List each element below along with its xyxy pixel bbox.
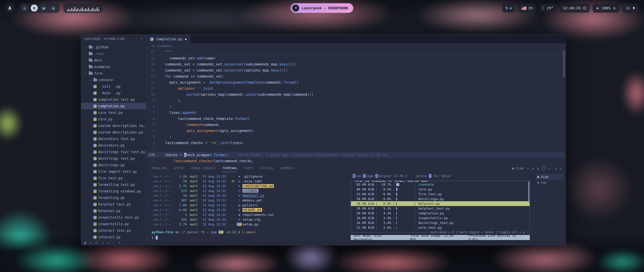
folder-icon[interactable]: ▢ xyxy=(102,241,104,245)
volume-widget[interactable]: 100% xyxy=(593,4,619,13)
terminal-pane[interactable]: .rw-r--r--1.2kmatt12 Aug 12:32--♦.gitign… xyxy=(146,172,351,240)
tree-item-custom_descriptions.py[interactable]: custom_descriptions.py xyxy=(81,129,146,135)
tree-item-docs[interactable]: ▸docs xyxy=(81,57,146,63)
disk-usage-pane[interactable]: Disk Usage Analyzer v2.29.2 (press ? for… xyxy=(351,172,533,240)
terminal-session-fish[interactable]: ▣fish xyxy=(536,174,564,180)
remote-indicator-icon[interactable]: ◉ xyxy=(84,241,86,245)
code-line[interactable]: 1 xyxy=(146,146,566,152)
code-editor[interactable]: 47 """ 16 commands_set.add(name)15 comma… xyxy=(146,49,566,164)
tree-item-core_test.py[interactable]: core_test.py xyxy=(81,109,146,116)
tree-item-inspectutils_test.py[interactable]: inspectutils_test.py xyxy=(81,214,146,221)
panel-tab-comments[interactable]: COMMENTS xyxy=(280,164,295,172)
tree-item-.github[interactable]: ▸.github xyxy=(81,44,146,50)
tree-item-docstrings_fuzz_test.py[interactable]: docstrings_fuzz_test.py xyxy=(81,149,146,155)
tree-item-helptext.py[interactable]: helptext.py xyxy=(81,208,146,214)
tree-item-formatting.py[interactable]: formatting.py xyxy=(81,194,146,201)
tree-item-fire[interactable]: ▾fire xyxy=(81,70,146,77)
code-line[interactable]: 15 commands_set = commands_set.union(set… xyxy=(146,61,566,67)
expand-icon[interactable]: ⇅ xyxy=(107,241,109,245)
tree-item-docstrings.py[interactable]: docstrings.py xyxy=(81,162,146,168)
dua-row-docstrings.py[interactable]: 28.00 KiB|6.0%||docstrings.py xyxy=(351,196,530,201)
breadcrumb[interactable]: no elements xyxy=(146,43,566,49)
music-widget[interactable]: ♬ Lazerpunk - ROBOPHONK xyxy=(291,3,353,13)
dua-row-fire_test.py[interactable]: 32.00 KiB|6.8%||fire_test.py xyxy=(351,192,530,196)
dua-row-core.py[interactable]: 40.00 KiB|8.5%||core.py xyxy=(351,187,530,192)
tree-item-docstrings_test.py[interactable]: docstrings_test.py xyxy=(81,155,146,162)
tree-item-decorators.py[interactable]: decorators.py xyxy=(81,142,146,149)
code-line[interactable]: 9 ), xyxy=(146,97,566,104)
code-line[interactable]: 1 lastcommand_checks=lastcommand_checks, xyxy=(146,158,566,164)
dua-scrollbar[interactable] xyxy=(528,181,529,202)
tree-item-console[interactable]: ▸console xyxy=(81,77,146,83)
tree-item-custom_descriptions_test...[interactable]: custom_descriptions_test... xyxy=(81,122,146,129)
tree-item-formatting_windows.py[interactable]: formatting_windows.py xyxy=(81,188,146,194)
tree-item-__init__.py[interactable]: __init__.py xyxy=(81,83,146,90)
code-line[interactable]: 16 commands_set.add(name) xyxy=(146,55,566,61)
code-line[interactable]: 12 opts_assignment = _GetOptsAssignmentT… xyxy=(146,79,566,85)
panel-tab-debug-console[interactable]: DEBUG CONSOLE xyxy=(191,164,216,172)
sync-icon[interactable]: ⟳ xyxy=(95,241,98,245)
dock-item-4[interactable]: ▤ xyxy=(50,5,57,12)
tree-item-completion_test.py[interactable]: completion_test.py xyxy=(81,96,146,103)
tree-item-.venv[interactable]: ▸.venv xyxy=(81,50,146,57)
code-line[interactable]: 10 sorted(options_map[command].union(sub… xyxy=(146,91,566,97)
code-line[interactable]: 47 """ xyxy=(146,49,566,55)
code-line[interactable]: 176 checks = check_wrapper.format(David … xyxy=(146,152,566,158)
new-terminal-icon[interactable]: + xyxy=(527,166,529,170)
panel-tab-problems[interactable]: PROBLEMS xyxy=(152,164,167,172)
weather-widget[interactable]: ☾ 29° xyxy=(539,4,557,13)
dua-row-helptext.py[interactable]: 28.00 KiB|6.0%||helptext.py xyxy=(351,201,530,206)
code-line[interactable]: 7 lines.append( xyxy=(146,110,566,116)
code-line[interactable]: 6 lastcommand_check_template.format( xyxy=(146,116,566,122)
shell-chip[interactable]: ▣ fish xyxy=(512,166,524,170)
clock-widget[interactable]: 12:40:24 xyxy=(560,4,590,13)
tree-item-core.py[interactable]: core.py xyxy=(81,116,146,122)
code-line[interactable]: 3 ) xyxy=(146,134,566,140)
tree-item-interact.py[interactable]: interact.py xyxy=(81,234,146,240)
close-panel-icon[interactable]: × xyxy=(559,166,561,170)
terminal-session-dua[interactable]: ▣dua xyxy=(536,180,564,185)
panel-tab-output[interactable]: OUTPUT xyxy=(173,164,185,172)
kill-terminal-icon[interactable] xyxy=(542,167,545,170)
more-actions-icon[interactable]: ⋯ xyxy=(548,166,550,170)
panel-tab-terminal[interactable]: TERMINAL xyxy=(222,164,237,172)
more-icon[interactable]: ⋯ xyxy=(113,241,115,245)
tree-item-formatting_test.py[interactable]: formatting_test.py xyxy=(81,181,146,188)
explorer-more-icon[interactable]: ⋯ xyxy=(140,37,142,41)
panel-tab-gitlens[interactable]: GITLENS xyxy=(260,164,273,172)
modified-indicator[interactable]: ● xyxy=(185,38,187,41)
tree-item-fire_import_test.py[interactable]: fire_import_test.py xyxy=(81,168,146,175)
code-line[interactable]: 13 for command in commands_set: xyxy=(146,73,566,79)
dua-row-inspectutils.py[interactable]: 16.00 KiB|3.4%||inspectutils.py xyxy=(351,216,530,220)
dock-item-1[interactable]: ◎ xyxy=(21,5,28,12)
code-line[interactable]: 8 ) xyxy=(146,104,566,110)
dua-row-completion.py[interactable]: 20.00 KiB|4.3%||completion.py xyxy=(351,211,530,216)
notifications-widget[interactable]: 11 xyxy=(622,4,639,13)
tree-item-interact_test.py[interactable]: interact_test.py xyxy=(81,227,146,234)
audio-visualizer[interactable] xyxy=(63,3,103,13)
editor-scrollbar[interactable] xyxy=(563,50,565,78)
launcher-button[interactable]: A xyxy=(5,3,15,13)
maximize-panel-icon[interactable]: ∧ xyxy=(555,166,557,170)
dua-row-console[interactable]: 92.00 KiB|19.7%||/console xyxy=(351,182,530,187)
dua-row-helptext_test.py[interactable]: 24.00 KiB|5.1%||helptext_test.py xyxy=(351,206,530,211)
keyboard-layout-widget[interactable]: US xyxy=(518,4,536,13)
profile-chevron-icon[interactable]: ∨ xyxy=(532,166,534,170)
tree-item-decorators_test.py[interactable]: decorators_test.py xyxy=(81,135,146,142)
dua-row-core_test.py[interactable]: 12.00 KiB|2.6%||core_test.py xyxy=(351,225,530,230)
tree-item-completion.py[interactable]: completion.py xyxy=(81,103,146,109)
split-terminal-icon[interactable]: ◫ xyxy=(537,166,539,170)
tree-item-__main__.py[interactable]: __main__.py xyxy=(81,90,146,96)
dua-row-docstrings_test.py[interactable]: 16.00 KiB|3.4%||docstrings_test.py xyxy=(351,220,530,225)
code-line[interactable]: 14 commands_set = commands_set.union(set… xyxy=(146,67,566,73)
code-line[interactable]: 11 options=' '.join( xyxy=(146,85,566,91)
tab-completion-py[interactable]: completion.py ● xyxy=(146,35,191,43)
tree-item-fire_test.py[interactable]: fire_test.py xyxy=(81,175,146,181)
list-icon[interactable]: ≡ xyxy=(90,241,92,245)
code-line[interactable]: 5 command=command, xyxy=(146,122,566,128)
dock-item-3[interactable]: ▦ xyxy=(40,5,47,12)
gear-icon[interactable]: ⚙ xyxy=(118,241,120,245)
layout-widget[interactable]: 9 ❖ xyxy=(502,4,515,13)
tree-item-examples[interactable]: ▸examples xyxy=(81,63,146,70)
tree-item-helptext_test.py[interactable]: helptext_test.py xyxy=(81,201,146,208)
